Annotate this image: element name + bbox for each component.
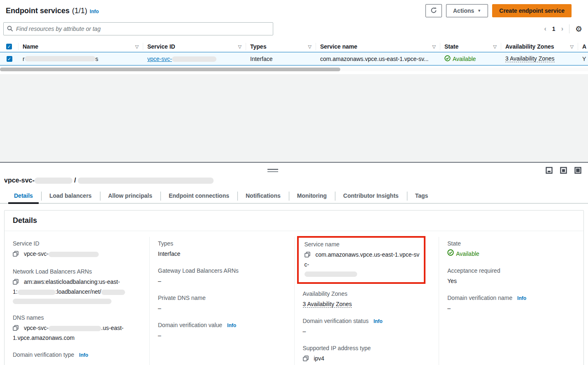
acceptance-required-value: Yes: [447, 276, 575, 285]
availability-zones-link[interactable]: 3 Availability Zones: [303, 301, 352, 308]
col-state[interactable]: State: [444, 43, 458, 50]
copy-icon[interactable]: [13, 325, 19, 332]
tab-details[interactable]: Details: [6, 190, 41, 203]
dns-name-line2: 1.vpce.amazonaws.com: [13, 335, 74, 341]
col-acceptance[interactable]: A: [582, 43, 586, 50]
refresh-button[interactable]: [425, 4, 442, 17]
availability-zones-label: Availability Zones: [303, 290, 431, 297]
title-separator: /: [74, 177, 76, 184]
tab-notifications[interactable]: Notifications: [237, 190, 289, 203]
scrollbar-thumb[interactable]: [0, 68, 340, 71]
row-state: Available: [444, 55, 476, 63]
redacted-lb-name: [101, 290, 125, 295]
search-input[interactable]: [3, 22, 273, 35]
copy-icon[interactable]: [304, 252, 310, 259]
col-types[interactable]: Types: [250, 43, 266, 50]
page-next-icon[interactable]: ›: [561, 26, 563, 32]
domain-verification-type-value: –: [13, 360, 141, 365]
domain-verification-type-info-link[interactable]: Info: [79, 352, 88, 358]
row-name-prefix: r: [23, 56, 25, 62]
domain-verification-value-label: Domain verification value: [158, 322, 222, 328]
domain-verification-status-value: –: [303, 327, 431, 336]
endpoint-services-panel: Endpoint services (1/1) Info Actions ▼ C…: [0, 0, 588, 74]
state-value: Available: [447, 249, 479, 258]
page-number[interactable]: 1: [552, 26, 555, 32]
redacted-title-id: [35, 178, 72, 184]
filter-icon[interactable]: ▽: [432, 44, 436, 49]
preferences-gear-icon[interactable]: ⚙: [575, 25, 582, 33]
dns-name-mid: .us-east-: [101, 325, 123, 331]
search-container: [3, 22, 273, 35]
filter-icon[interactable]: ▽: [570, 44, 574, 49]
refresh-icon: [430, 7, 437, 15]
nlb-arns-label: Network Load Balancers ARNs: [13, 268, 141, 275]
redacted-account-id: [18, 290, 56, 295]
redacted-title-name: [78, 178, 214, 184]
check-icon: ✓: [7, 56, 11, 61]
service-id-link[interactable]: vpce-svc-: [147, 56, 216, 62]
service-name-value: com.amazonaws.vpce.us-east-1.vpce-svc-: [304, 251, 420, 268]
redacted-name: [25, 56, 95, 61]
tab-endpoint-connections[interactable]: Endpoint connections: [160, 190, 237, 203]
domain-verification-name-value: –: [447, 304, 575, 313]
service-id-value: vpce-svc-: [24, 250, 49, 257]
row-checkbox[interactable]: ✓: [7, 56, 12, 62]
service-id-label: Service ID: [13, 240, 141, 247]
actions-button[interactable]: Actions ▼: [446, 4, 488, 17]
domain-verification-value-value: –: [158, 331, 286, 340]
details-column-3: Service name com.amazonaws.vpce.us-east-…: [294, 237, 439, 365]
row-state-label: Available: [453, 56, 476, 62]
types-label: Types: [158, 240, 286, 247]
table-row[interactable]: ✓ r s vpce-svc- Interface com.amazonaws.…: [0, 52, 588, 66]
filter-icon[interactable]: ▽: [493, 44, 497, 49]
filter-icon[interactable]: ▽: [308, 44, 311, 49]
domain-verification-type-label: Domain verification type: [13, 351, 74, 358]
copy-icon[interactable]: [303, 356, 309, 363]
actions-button-label: Actions: [453, 7, 474, 14]
domain-verification-name-info-link[interactable]: Info: [517, 295, 526, 301]
header-info-link[interactable]: Info: [90, 9, 99, 14]
domain-verification-status-info-link[interactable]: Info: [374, 318, 383, 324]
filter-icon[interactable]: ▽: [238, 44, 242, 49]
panel-position-bottom-icon[interactable]: [546, 167, 553, 175]
split-panel: vpce-svc- / Details Load balancers Allow…: [0, 162, 588, 365]
redacted-service-id: [172, 56, 216, 62]
state-value-label: Available: [456, 249, 479, 258]
page-prev-icon[interactable]: ‹: [544, 26, 546, 32]
domain-verification-status-label: Domain verification status: [303, 318, 369, 324]
tab-load-balancers[interactable]: Load balancers: [41, 190, 100, 203]
horizontal-scrollbar[interactable]: [0, 68, 588, 71]
redacted-arn-line3: [13, 299, 112, 304]
copy-icon[interactable]: [13, 279, 19, 286]
tab-allow-principals[interactable]: Allow principals: [100, 190, 160, 203]
create-endpoint-service-button[interactable]: Create endpoint service: [492, 4, 572, 17]
col-service-id[interactable]: Service ID: [147, 43, 175, 50]
col-service-name[interactable]: Service name: [320, 43, 357, 50]
status-available-icon: [447, 249, 454, 258]
select-all-checkbox[interactable]: ✓: [6, 44, 12, 49]
tab-monitoring[interactable]: Monitoring: [289, 190, 335, 203]
nlb-arn-line2-mid: :loadbalancer/net/: [56, 288, 101, 295]
pager-divider: [569, 24, 569, 33]
panel-position-full-icon[interactable]: [574, 167, 581, 175]
check-icon: ✓: [7, 44, 11, 49]
row-name-cell: r s: [19, 52, 143, 65]
row-availability-zones-link[interactable]: 3 Availability Zones: [505, 55, 555, 62]
dns-names-label: DNS names: [13, 314, 141, 321]
create-button-label: Create endpoint service: [499, 7, 565, 14]
resource-title-prefix: vpce-svc-: [4, 177, 35, 184]
col-name[interactable]: Name: [23, 43, 38, 50]
panel-position-side-icon[interactable]: [560, 167, 567, 175]
copy-icon[interactable]: [13, 251, 19, 258]
split-panel-drag-handle[interactable]: [267, 169, 278, 172]
tab-tags[interactable]: Tags: [407, 190, 437, 203]
domain-verification-value-info-link[interactable]: Info: [227, 323, 236, 328]
redacted-dns: [49, 326, 101, 331]
row-name-suffix: s: [95, 56, 98, 62]
tab-contributor-insights[interactable]: Contributor Insights: [335, 190, 407, 203]
glb-arns-value: –: [158, 276, 286, 285]
filter-icon[interactable]: ▽: [135, 44, 139, 49]
resource-count: (1/1): [72, 7, 87, 15]
col-availability-zones[interactable]: Availability Zones: [505, 43, 554, 50]
domain-verification-name-label: Domain verification name: [447, 295, 512, 301]
